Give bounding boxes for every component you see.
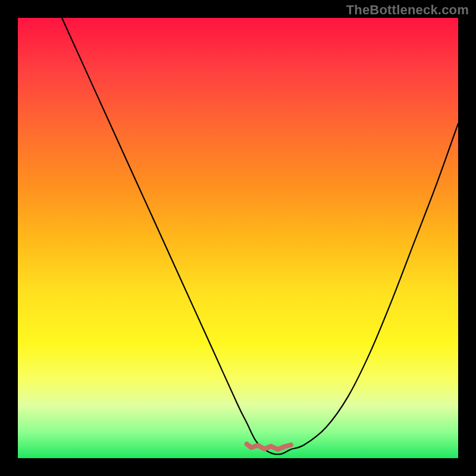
watermark-label: TheBottleneck.com [346, 2, 469, 18]
chart-plot-area [18, 18, 458, 458]
chart-frame: TheBottleneck.com [0, 0, 476, 476]
bottleneck-curve [62, 18, 458, 455]
bottleneck-floor-segment [247, 444, 291, 449]
chart-curve-layer [18, 18, 458, 458]
